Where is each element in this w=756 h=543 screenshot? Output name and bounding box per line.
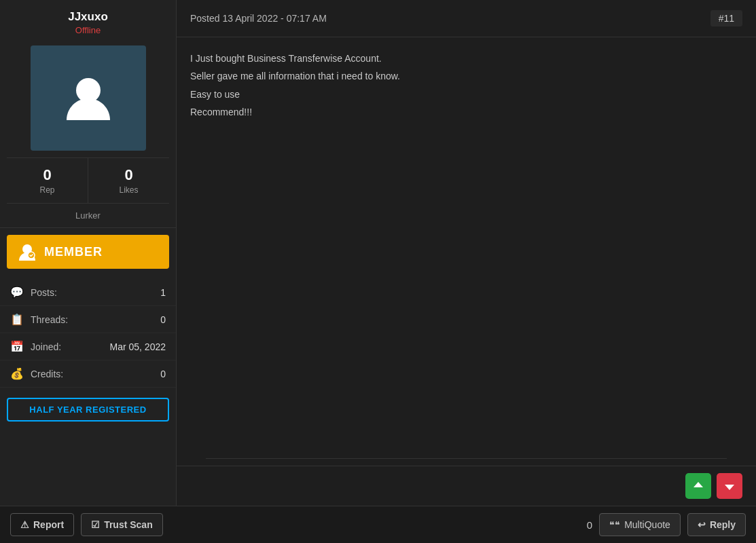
credits-label: Credits:: [31, 369, 154, 379]
quote-count: 0: [587, 519, 592, 531]
multiquote-icon: ❝❝: [609, 519, 620, 530]
likes-stat: 0 Likes: [88, 158, 169, 203]
post-body: I Just bought Business Transferwise Acco…: [177, 37, 756, 451]
username: JJxuxo: [7, 10, 169, 24]
threads-label: Threads:: [31, 314, 154, 325]
joined-label: Joined:: [31, 341, 103, 352]
reply-icon: ↩: [698, 519, 706, 530]
bottom-bar: ⚠ Report ☑ Trust Scan 0 ❝❝ MultiQuote ↩ …: [0, 506, 756, 543]
report-icon: ⚠: [20, 519, 29, 530]
likes-value: 0: [92, 166, 166, 184]
report-label: Report: [33, 519, 64, 530]
rep-stat: 0 Rep: [7, 158, 88, 203]
post-date: Posted 13 April 2022 - 07:17 AM: [190, 13, 327, 24]
half-year-badge: HALF YEAR REGISTERED: [7, 398, 169, 422]
reply-label: Reply: [710, 519, 736, 530]
posts-icon: 💬: [10, 286, 24, 299]
reply-button[interactable]: ↩ Reply: [687, 513, 746, 536]
rep-value: 0: [10, 166, 84, 184]
joined-icon: 📅: [10, 340, 24, 353]
upvote-button[interactable]: [685, 473, 711, 499]
report-button[interactable]: ⚠ Report: [10, 513, 74, 536]
info-list: 💬 Posts: 1 📋 Threads: 0 📅 Joined: Mar 05…: [0, 279, 176, 388]
user-rank: Lurker: [0, 204, 176, 228]
stats-row: 0 Rep 0 Likes: [7, 157, 169, 204]
post-header: Posted 13 April 2022 - 07:17 AM #11: [177, 0, 756, 37]
joined-info: 📅 Joined: Mar 05, 2022: [0, 333, 176, 360]
trust-icon: ☑: [91, 519, 100, 530]
user-info: JJxuxo Offline: [0, 0, 176, 39]
user-sidebar: JJxuxo Offline 0 Rep 0 Likes Lurker: [0, 0, 177, 506]
credits-value: 0: [160, 369, 166, 379]
post-number: #11: [710, 10, 742, 26]
multiquote-button[interactable]: ❝❝ MultiQuote: [599, 513, 681, 536]
threads-info: 📋 Threads: 0: [0, 306, 176, 333]
posts-label: Posts:: [31, 287, 154, 298]
likes-label: Likes: [92, 185, 166, 195]
multiquote-label: MultiQuote: [624, 519, 670, 530]
member-badge[interactable]: MEMBER: [7, 235, 169, 269]
joined-value: Mar 05, 2022: [110, 341, 166, 352]
rep-label: Rep: [10, 185, 84, 195]
member-badge-text: MEMBER: [44, 245, 103, 259]
user-status: Offline: [7, 25, 169, 35]
downvote-button[interactable]: [717, 473, 742, 499]
post-footer: [177, 466, 756, 506]
post-line-1: I Just bought Business Transferwise Acco…: [190, 51, 742, 66]
bottom-right-actions: 0 ❝❝ MultiQuote ↩ Reply: [587, 513, 746, 536]
trust-scan-button[interactable]: ☑ Trust Scan: [81, 513, 163, 536]
avatar: [31, 45, 146, 151]
post-divider: [206, 458, 727, 459]
credits-info: 💰 Credits: 0: [0, 360, 176, 388]
bottom-left-actions: ⚠ Report ☑ Trust Scan: [10, 513, 580, 536]
trust-scan-label: Trust Scan: [104, 519, 153, 530]
posts-info: 💬 Posts: 1: [0, 279, 176, 306]
threads-value: 0: [160, 314, 166, 325]
post-line-3: Easy to use: [190, 87, 742, 102]
threads-icon: 📋: [10, 313, 24, 326]
post-area: Posted 13 April 2022 - 07:17 AM #11 I Ju…: [177, 0, 756, 506]
posts-value: 1: [160, 287, 166, 298]
post-line-2: Seller gave me all information that i ne…: [190, 69, 742, 83]
post-line-4: Recommend!!!: [190, 105, 742, 119]
credits-icon: 💰: [10, 367, 24, 380]
